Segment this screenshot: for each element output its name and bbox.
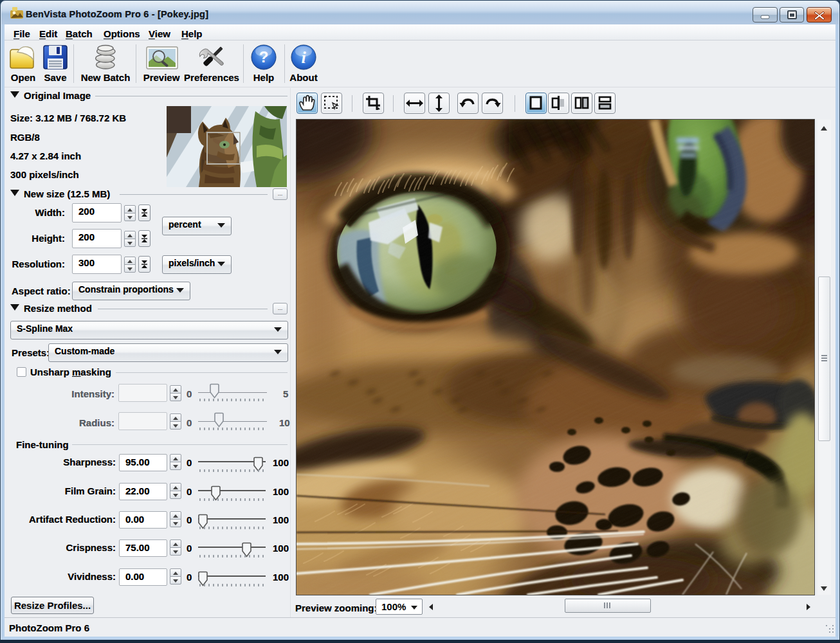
svg-text:?: ? xyxy=(259,48,269,66)
svg-text:i: i xyxy=(301,48,306,67)
